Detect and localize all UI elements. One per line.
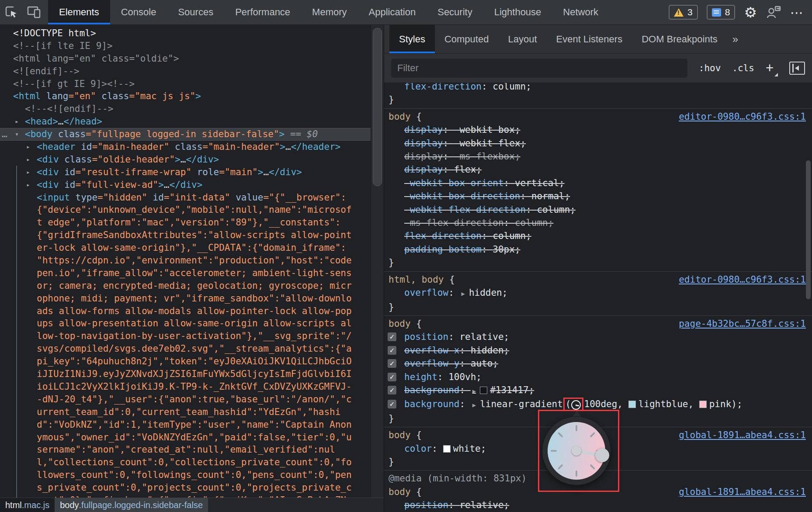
property-checkbox[interactable]: ✓ [388, 359, 396, 368]
stylesheet-link[interactable]: global-1891…abea4.css:1 [679, 485, 806, 498]
breadcrumb-item[interactable]: body.fullpage.logged-in.sidebar-false [55, 498, 208, 512]
dom-tree-row[interactable]: …▾<body class="fullpage logged-in sideba… [0, 128, 371, 141]
dom-tree-row[interactable]: s_private_count":0,"projects_count":0,"p… [0, 481, 371, 494]
hidden-nodes-ellipsis[interactable]: … [2, 128, 7, 141]
css-property[interactable]: display: flex; [384, 163, 812, 176]
main-tab-security[interactable]: Security [427, 0, 483, 24]
dom-tree-row[interactable]: {"device":"unknown_device","mobile":null… [0, 204, 371, 216]
property-checkbox[interactable]: ✓ [388, 373, 396, 381]
dom-tree-row[interactable]: ads allow-forms allow-modals allow-point… [0, 305, 371, 318]
styles-filter-input[interactable]: Filter [391, 59, 687, 78]
collapsed-arrow-icon[interactable]: ▸ [26, 166, 30, 179]
css-property[interactable]: ✓overflow-x: hidden; [384, 344, 812, 357]
css-property[interactable]: display: -webkit-flex; [384, 137, 812, 150]
color-swatch[interactable] [443, 445, 451, 453]
dom-tree-row[interactable]: ioiLCJ1c2VyX2lkIjoiKiJ9.K-TP9-k-_ZnktGVf… [0, 381, 371, 393]
expand-value-arrow-icon[interactable]: ▶ [472, 401, 476, 408]
dom-tree-row[interactable]: iJIUzI1NiJ9.eyJyZXNvdXJjZSI6ImFuYWx5dGlj… [0, 368, 371, 381]
sidebar-tab-computed[interactable]: Computed [435, 25, 499, 53]
dom-tree-row[interactable]: ymous","owner_id":"VoDkNZYdEzGn","paid":… [0, 431, 371, 444]
dom-tree-row[interactable]: ▸<head>…</head> [0, 115, 371, 128]
dom-tree-row[interactable]: l,"collections_count":0,"collections_pri… [0, 456, 371, 469]
css-property[interactable]: ✓height: 100vh; [384, 370, 812, 384]
dom-tree-row[interactable]: <input type="hidden" id="init-data" valu… [0, 191, 371, 204]
dom-tree-row[interactable]: ▸<header id="main-header" class="main-he… [0, 141, 371, 153]
dom-tree-row[interactable]: <!--<![endif]--> [0, 103, 371, 115]
dom-tree-row[interactable]: -dNJ-20_t4"},"__user":{"anon":true,"base… [0, 393, 371, 406]
dom-tree-row[interactable]: ophone; midi; payment; vr","iframe_sandb… [0, 292, 371, 305]
more-tabs-chevron-icon[interactable]: » [727, 25, 743, 53]
main-tab-network[interactable]: Network [552, 0, 609, 24]
stylesheet-link[interactable]: editor-0980…c96f3.css:1 [679, 110, 806, 123]
expand-value-arrow-icon[interactable]: ▶ [461, 290, 465, 297]
css-selector-row[interactable]: body {global-1891…abea4.css:1 [384, 485, 812, 498]
property-checkbox[interactable]: ✓ [388, 400, 396, 408]
dom-tree-row[interactable]: "https://cdpn.io","environment":"product… [0, 254, 371, 267]
collapsed-arrow-icon[interactable]: ▸ [26, 179, 30, 191]
main-tab-application[interactable]: Application [358, 0, 427, 24]
dom-tree-row[interactable]: ▸<div class="oldie-header">…</div> [0, 153, 371, 166]
property-checkbox[interactable]: ✓ [388, 346, 396, 355]
main-tab-console[interactable]: Console [110, 0, 167, 24]
angle-drag-knob[interactable] [595, 448, 609, 462]
dom-tree-row[interactable]: llowers_count":0,"followings_count":0,"p… [0, 469, 371, 481]
collapsed-arrow-icon[interactable]: ▸ [15, 115, 19, 128]
angle-dial-icon[interactable] [571, 400, 581, 410]
dom-tree-row[interactable]: pen.io","iframe_allow":"accelerometer; a… [0, 267, 371, 280]
main-tab-memory[interactable]: Memory [301, 0, 357, 24]
styles-scrollbar-thumb[interactable] [806, 160, 811, 299]
more-options-icon[interactable]: ⋯ [790, 5, 804, 20]
dom-tree-row[interactable]: t edge","platform":"mac","version":"89"}… [0, 216, 371, 229]
warnings-badge[interactable]: 3 [669, 5, 698, 20]
css-property[interactable]: -webkit-box-orient: vertical; [384, 176, 812, 190]
color-swatch[interactable] [628, 401, 636, 408]
css-property[interactable]: position: relative; [384, 498, 812, 512]
element-classes-button[interactable]: .cls [732, 63, 754, 73]
dom-tree-row[interactable]: <html lang="en" class="mac js js"> [0, 90, 371, 103]
expanded-arrow-icon[interactable]: ▾ [15, 128, 19, 141]
css-property[interactable]: display: -webkit-box; [384, 123, 812, 136]
property-checkbox[interactable]: ✓ [388, 332, 396, 341]
property-checkbox[interactable]: ✓ [388, 386, 396, 394]
css-property[interactable]: ✓position: relative; [384, 330, 812, 343]
dom-tree-row[interactable]: sername":"anon","created_at":null,"email… [0, 443, 371, 456]
sidebar-tab-event-listeners[interactable]: Event Listeners [547, 25, 632, 53]
css-property[interactable]: overflow: ▶hidden; [384, 286, 812, 300]
css-selector-row[interactable]: html, body {editor-0980…c96f3.css:1 [384, 273, 812, 286]
expand-value-arrow-icon[interactable]: ▶ [472, 387, 476, 394]
dom-tree-row[interactable]: {"gridIframeSandboxAttributes":"allow-sc… [0, 229, 371, 242]
stylesheet-link[interactable]: page-4b32bc…57c8f.css:1 [679, 317, 806, 330]
feedback-person-icon[interactable] [766, 5, 781, 19]
toggle-element-state-button[interactable]: :hov [699, 63, 721, 73]
dom-tree-row[interactable]: ups allow-presentation allow-same-origin… [0, 317, 371, 330]
stylesheet-link[interactable]: editor-0980…c96f3.css:1 [679, 273, 806, 286]
dom-tree-row[interactable]: or; camera; encrypted-media; geolocation… [0, 280, 371, 292]
messages-badge[interactable]: 8 [707, 5, 736, 20]
angle-picker-popup[interactable] [542, 417, 611, 485]
dom-tree-row[interactable]: ▸<div id="full-view-ad">…</div> [0, 179, 371, 191]
collapsed-arrow-icon[interactable]: ▸ [26, 153, 30, 166]
dom-tree-row[interactable]: <![endif]--> [0, 65, 371, 78]
css-property[interactable]: ✓background: ▶#131417; [384, 384, 812, 398]
dom-scrollbar-thumb[interactable] [373, 28, 382, 186]
dom-tree-row[interactable]: er-lock allow-same-origin"},"__CPDATA":{… [0, 242, 371, 254]
sidebar-tab-dom-breakpoints[interactable]: DOM Breakpoints [632, 25, 727, 53]
sidebar-tab-styles[interactable]: Styles [389, 25, 435, 53]
color-swatch[interactable] [699, 401, 707, 408]
main-tab-lighthouse[interactable]: Lighthouse [483, 0, 552, 24]
settings-gear-icon[interactable]: ⚙ [744, 4, 757, 21]
sidebar-tab-layout[interactable]: Layout [498, 25, 546, 53]
color-swatch[interactable] [480, 387, 487, 394]
collapsed-arrow-icon[interactable]: ▸ [26, 141, 30, 153]
css-property[interactable]: ✓overflow-y: auto; [384, 357, 812, 370]
css-property[interactable]: display: -ms-flexbox; [384, 150, 812, 163]
inspect-element-icon[interactable] [0, 0, 23, 24]
main-tab-performance[interactable]: Performance [224, 0, 301, 24]
css-selector-row[interactable]: body {page-4b32bc…57c8f.css:1 [384, 317, 812, 330]
dom-tree-row[interactable]: <!DOCTYPE html> [0, 27, 371, 40]
dom-tree-row[interactable]: <html lang="en" class="oldie"> [0, 52, 371, 65]
new-style-rule-button[interactable]: + [766, 62, 778, 75]
stylesheet-link[interactable]: global-1891…abea4.css:1 [679, 429, 806, 442]
dom-tree-row[interactable]: <!--[if lte IE 9]> [0, 40, 371, 52]
dom-scrollbar-track[interactable] [371, 25, 384, 498]
